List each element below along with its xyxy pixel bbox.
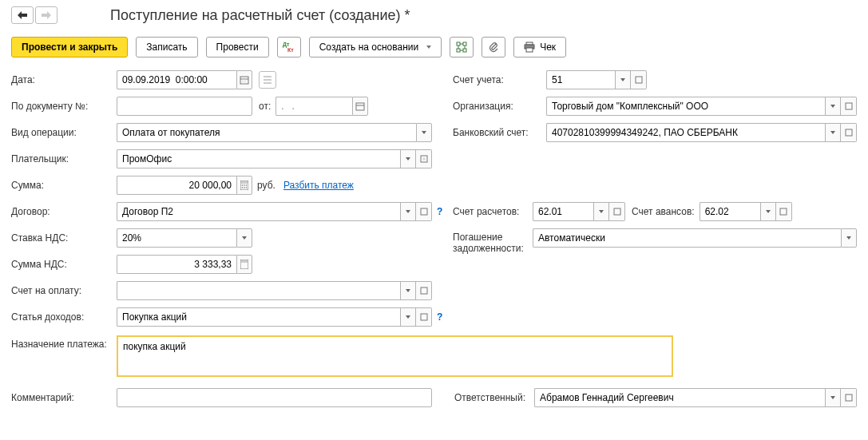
svg-rect-8: [526, 48, 533, 52]
docdate-calendar-button[interactable]: [352, 97, 368, 116]
svg-point-21: [242, 184, 244, 186]
settle-dropdown-button[interactable]: [593, 202, 609, 221]
svg-rect-34: [846, 129, 852, 136]
advance-input[interactable]: [700, 202, 760, 221]
contract-hint[interactable]: ?: [437, 206, 442, 217]
cheque-button[interactable]: Чек: [513, 37, 566, 57]
open-icon: [420, 313, 428, 321]
svg-rect-16: [356, 103, 364, 110]
income-item-open-button[interactable]: [416, 307, 432, 327]
payer-open-button[interactable]: [416, 149, 432, 168]
debit-credit-button[interactable]: Дт Кт: [277, 37, 301, 57]
account-input[interactable]: [546, 70, 615, 89]
svg-point-25: [244, 187, 245, 188]
post-button[interactable]: Провести: [206, 37, 269, 57]
post-and-close-button[interactable]: Провести и закрыть: [11, 37, 128, 57]
invoice-open-button[interactable]: [416, 281, 432, 300]
account-dropdown-button[interactable]: [615, 70, 631, 89]
docnum-input[interactable]: [117, 97, 252, 116]
vat-rate-dropdown-button[interactable]: [236, 228, 252, 248]
vat-sum-calc-button[interactable]: [236, 255, 252, 274]
chevron-down-icon: [406, 315, 410, 319]
open-icon: [420, 287, 428, 295]
open-icon: [635, 76, 643, 84]
svg-rect-30: [421, 287, 427, 294]
currency-label: руб.: [257, 180, 275, 191]
contract-open-button[interactable]: [416, 202, 432, 221]
contract-dropdown-button[interactable]: [400, 202, 416, 221]
optype-dropdown-button[interactable]: [416, 123, 432, 142]
contract-input[interactable]: [117, 202, 400, 221]
date-options-button[interactable]: [259, 71, 276, 89]
calculator-icon: [240, 260, 248, 269]
income-item-label: Статья доходов:: [11, 311, 117, 323]
ot-label: от:: [259, 101, 271, 112]
account-label: Счет учета:: [453, 74, 546, 85]
date-input[interactable]: [117, 70, 236, 89]
docnum-label: По документу №:: [11, 101, 117, 112]
arrow-left-icon: [18, 11, 27, 19]
create-based-on-label: Создать на основании: [319, 42, 419, 53]
org-open-button[interactable]: [841, 97, 857, 116]
advance-dropdown-button[interactable]: [760, 202, 776, 221]
payer-input[interactable]: [117, 149, 400, 168]
chevron-down-icon: [830, 396, 835, 399]
arrow-right-icon: [42, 11, 51, 19]
responsible-dropdown-button[interactable]: [825, 388, 841, 407]
vat-rate-input[interactable]: [117, 228, 236, 248]
comment-input[interactable]: [117, 388, 432, 407]
docdate-input[interactable]: [275, 97, 352, 116]
svg-rect-37: [846, 394, 852, 401]
income-item-dropdown-button[interactable]: [400, 307, 416, 327]
bank-label: Банковский счет:: [453, 127, 546, 138]
svg-rect-3: [463, 42, 466, 46]
svg-point-23: [246, 184, 248, 186]
invoice-input[interactable]: [117, 281, 400, 300]
svg-rect-5: [463, 49, 466, 52]
calendar-button[interactable]: [236, 70, 252, 89]
debt-input[interactable]: [533, 228, 841, 248]
account-open-button[interactable]: [631, 70, 647, 89]
sum-calc-button[interactable]: [236, 176, 252, 195]
structure-button[interactable]: [450, 37, 474, 57]
payer-dropdown-button[interactable]: [400, 149, 416, 168]
responsible-open-button[interactable]: [841, 388, 857, 407]
payer-label: Плательщик:: [11, 153, 117, 165]
sum-input[interactable]: [117, 176, 236, 195]
write-button[interactable]: Записать: [136, 37, 197, 57]
open-icon: [420, 155, 428, 163]
attachment-button[interactable]: [482, 37, 505, 57]
advance-open-button[interactable]: [776, 202, 792, 221]
calculator-icon: [240, 180, 248, 190]
invoice-dropdown-button[interactable]: [400, 281, 416, 300]
org-dropdown-button[interactable]: [825, 97, 841, 116]
settle-open-button[interactable]: [609, 202, 625, 221]
org-input[interactable]: [546, 97, 825, 116]
svg-rect-33: [846, 103, 852, 109]
back-button[interactable]: [11, 6, 34, 24]
purpose-textarea[interactable]: [117, 335, 673, 377]
create-based-on-button[interactable]: Создать на основании: [309, 37, 442, 57]
income-item-input[interactable]: [117, 307, 400, 327]
income-item-hint[interactable]: ?: [437, 311, 442, 323]
svg-rect-27: [421, 208, 427, 215]
split-payment-link[interactable]: Разбить платеж: [283, 180, 354, 191]
bank-open-button[interactable]: [841, 123, 857, 142]
bank-input[interactable]: [546, 123, 825, 142]
svg-point-22: [244, 184, 245, 186]
forward-button: [35, 6, 57, 24]
bank-dropdown-button[interactable]: [825, 123, 841, 142]
chevron-down-icon: [830, 105, 835, 108]
responsible-input[interactable]: [534, 388, 825, 407]
open-icon: [845, 102, 853, 110]
optype-input[interactable]: [117, 123, 416, 142]
chevron-down-icon: [422, 131, 426, 134]
debt-dropdown-button[interactable]: [841, 228, 857, 248]
vat-sum-input[interactable]: [117, 255, 236, 274]
org-label: Организация:: [453, 101, 546, 112]
open-icon: [613, 208, 621, 216]
chevron-down-icon: [620, 78, 625, 81]
settle-input[interactable]: [533, 202, 593, 221]
svg-rect-20: [241, 181, 248, 184]
svg-point-24: [242, 187, 244, 188]
